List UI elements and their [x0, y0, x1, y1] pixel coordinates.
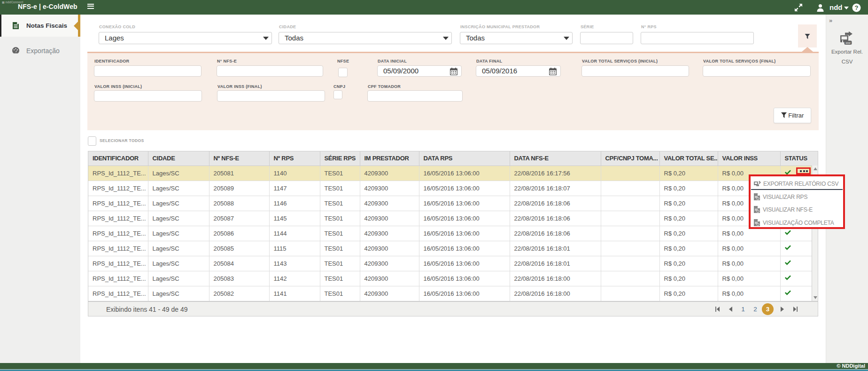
svg-text:csv: csv — [845, 41, 851, 44]
svg-text:?: ? — [855, 4, 859, 11]
